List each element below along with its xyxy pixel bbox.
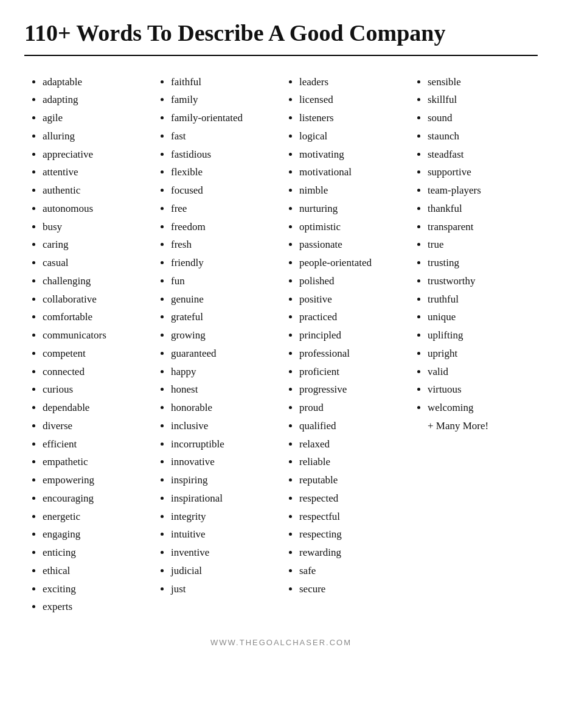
list-item: people-orientated <box>299 254 404 272</box>
list-item: empowering <box>43 471 148 489</box>
extra-note: + Many More! <box>428 417 533 435</box>
list-item: respecting <box>299 525 404 544</box>
list-item: exciting <box>43 580 148 598</box>
list-item: adapting <box>43 91 148 109</box>
list-item: faithful <box>171 73 276 91</box>
list-item: inventive <box>171 544 276 562</box>
word-list-1: adaptableadaptingagilealluringappreciati… <box>29 73 148 617</box>
list-item: qualified <box>299 417 404 435</box>
footer-text: WWW.THEGOALCHASER.COM <box>24 638 538 647</box>
list-item: inclusive <box>171 417 276 435</box>
list-item: sound <box>428 109 533 127</box>
list-item: grateful <box>171 308 276 326</box>
list-item: nurturing <box>299 200 404 218</box>
column-2: faithfulfamilyfamily-orientatedfastfasti… <box>153 73 281 617</box>
list-item: engaging <box>43 525 148 544</box>
list-item: authentic <box>43 181 148 200</box>
list-item: passionate <box>299 236 404 254</box>
list-item: valid <box>428 363 533 381</box>
list-item: supportive <box>428 163 533 181</box>
list-item: energetic <box>43 508 148 526</box>
list-item: freedom <box>171 218 276 236</box>
list-item: inspiring <box>171 471 276 489</box>
list-item: adaptable <box>43 73 148 91</box>
list-item: dependable <box>43 399 148 417</box>
list-item: safe <box>299 562 404 580</box>
word-list-3: leaderslicensedlistenerslogicalmotivatin… <box>286 73 404 598</box>
list-item: team-players <box>428 181 533 200</box>
list-item: trusting <box>428 254 533 272</box>
column-3: leaderslicensedlistenerslogicalmotivatin… <box>281 73 409 617</box>
list-item: principled <box>299 326 404 345</box>
list-item: innovative <box>171 453 276 471</box>
list-item: casual <box>43 254 148 272</box>
list-item: efficient <box>43 435 148 453</box>
list-item: diverse <box>43 417 148 435</box>
word-list-2: faithfulfamilyfamily-orientatedfastfasti… <box>158 73 276 598</box>
list-item: sensible <box>428 73 533 91</box>
list-item: busy <box>43 218 148 236</box>
list-item: skillful <box>428 91 533 109</box>
list-item: staunch <box>428 127 533 145</box>
list-item: guaranteed <box>171 345 276 363</box>
list-item: upright <box>428 345 533 363</box>
list-item: intuitive <box>171 525 276 544</box>
list-item: empathetic <box>43 453 148 471</box>
list-item: professional <box>299 345 404 363</box>
list-item: autonomous <box>43 200 148 218</box>
list-item: rewarding <box>299 544 404 562</box>
column-1: adaptableadaptingagilealluringappreciati… <box>24 73 153 617</box>
list-item: virtuous <box>428 380 533 399</box>
list-item: logical <box>299 127 404 145</box>
list-item: challenging <box>43 272 148 290</box>
list-item: enticing <box>43 544 148 562</box>
list-item: respectful <box>299 508 404 526</box>
list-item: growing <box>171 326 276 345</box>
list-item: listeners <box>299 109 404 127</box>
list-item: incorruptible <box>171 435 276 453</box>
list-item: welcoming <box>428 399 533 417</box>
list-item: respected <box>299 489 404 508</box>
list-item: inspirational <box>171 489 276 508</box>
list-item: family <box>171 91 276 109</box>
list-item: motivating <box>299 145 404 164</box>
list-item: encouraging <box>43 489 148 508</box>
column-4: sensibleskillfulsoundstaunchsteadfastsup… <box>409 73 538 617</box>
list-item: fast <box>171 127 276 145</box>
list-item: competent <box>43 345 148 363</box>
list-item: communicators <box>43 326 148 345</box>
list-item: connected <box>43 363 148 381</box>
list-item: polished <box>299 272 404 290</box>
list-item: fastidious <box>171 145 276 164</box>
list-item: honorable <box>171 399 276 417</box>
list-item: licensed <box>299 91 404 109</box>
list-item: happy <box>171 363 276 381</box>
list-item: agile <box>43 109 148 127</box>
list-item: integrity <box>171 508 276 526</box>
list-item: motivational <box>299 163 404 181</box>
list-item: appreciative <box>43 145 148 164</box>
word-list-4: sensibleskillfulsoundstaunchsteadfastsup… <box>414 73 533 435</box>
list-item: judicial <box>171 562 276 580</box>
list-item: comfortable <box>43 308 148 326</box>
list-item: focused <box>171 181 276 200</box>
list-item: experts <box>43 598 148 616</box>
list-item: positive <box>299 290 404 309</box>
list-item: truthful <box>428 290 533 309</box>
list-item: reputable <box>299 471 404 489</box>
list-item: uplifting <box>428 326 533 345</box>
list-item: thankful <box>428 200 533 218</box>
list-item: collaborative <box>43 290 148 309</box>
list-item: caring <box>43 236 148 254</box>
list-item: curious <box>43 380 148 399</box>
list-item: free <box>171 200 276 218</box>
list-item: progressive <box>299 380 404 399</box>
list-item: transparent <box>428 218 533 236</box>
page-title: 110+ Words To Describe A Good Company <box>24 19 538 56</box>
list-item: just <box>171 580 276 598</box>
list-item: honest <box>171 380 276 399</box>
list-item: nimble <box>299 181 404 200</box>
list-item: genuine <box>171 290 276 309</box>
list-item: practiced <box>299 308 404 326</box>
list-item: leaders <box>299 73 404 91</box>
